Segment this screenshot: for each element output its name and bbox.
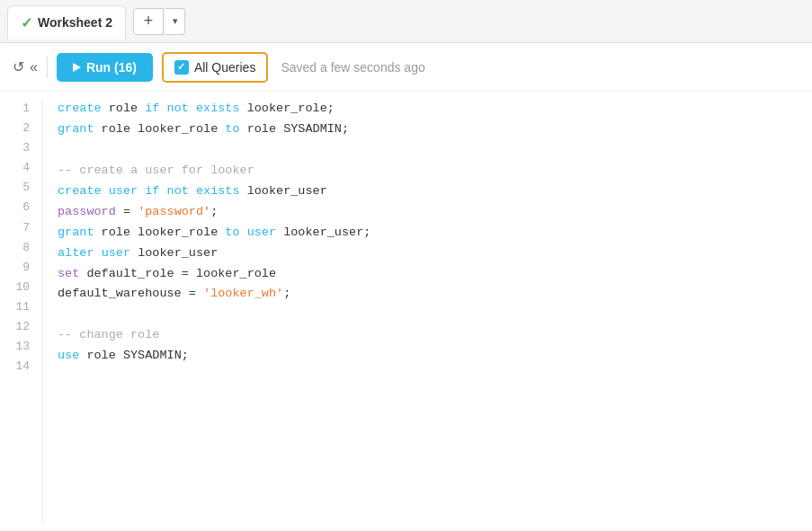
code-line: default_warehouse = 'looker_wh'; <box>58 284 812 305</box>
code-line <box>58 367 812 387</box>
code-line <box>58 305 812 325</box>
tab-dropdown-button[interactable]: ▾ <box>165 8 185 35</box>
tab-add-area: + ▾ <box>133 8 185 35</box>
play-icon <box>73 63 81 72</box>
add-tab-button[interactable]: + <box>133 8 164 35</box>
code-line: create role if not exists looker_role; <box>58 99 812 119</box>
all-queries-button[interactable]: All Queries <box>162 52 268 83</box>
tab-check-icon: ✓ <box>21 14 32 31</box>
divider <box>47 57 48 78</box>
tab-label: Worksheet 2 <box>38 15 112 30</box>
code-line: password = 'password'; <box>58 202 812 223</box>
plus-icon: + <box>144 12 154 31</box>
all-queries-label: All Queries <box>194 60 255 75</box>
worksheet-tab[interactable]: ✓ Worksheet 2 <box>7 5 126 40</box>
line-numbers: 1234567891011121314 <box>0 99 43 524</box>
code-line: create user if not exists looker_user <box>58 181 812 202</box>
code-line: alter user looker_user <box>58 243 812 264</box>
checkbox-icon <box>174 60 189 75</box>
refresh-icon[interactable]: ↺ <box>13 58 24 75</box>
run-button-label: Run (16) <box>86 60 137 75</box>
run-button[interactable]: Run (16) <box>57 53 153 82</box>
toolbar: ↺ « Run (16) All Queries Saved a few sec… <box>0 43 812 92</box>
collapse-icon[interactable]: « <box>30 59 38 75</box>
toolbar-icons: ↺ « <box>13 58 38 75</box>
code-line: -- create a user for looker <box>58 161 812 181</box>
code-line: -- change role <box>58 325 812 346</box>
tab-bar: ✓ Worksheet 2 + ▾ <box>0 0 812 43</box>
code-line: grant role looker_role to user looker_us… <box>58 223 812 243</box>
chevron-down-icon: ▾ <box>173 15 178 27</box>
code-line <box>58 140 812 161</box>
code-editor[interactable]: 1234567891011121314 create role if not e… <box>0 92 812 531</box>
saved-status: Saved a few seconds ago <box>281 60 424 75</box>
code-content[interactable]: create role if not exists looker_role;gr… <box>58 99 812 524</box>
code-line: use role SYSADMIN; <box>58 346 812 367</box>
code-line: grant role looker_role to role SYSADMIN; <box>58 119 812 140</box>
code-line: set default_role = looker_role <box>58 264 812 285</box>
